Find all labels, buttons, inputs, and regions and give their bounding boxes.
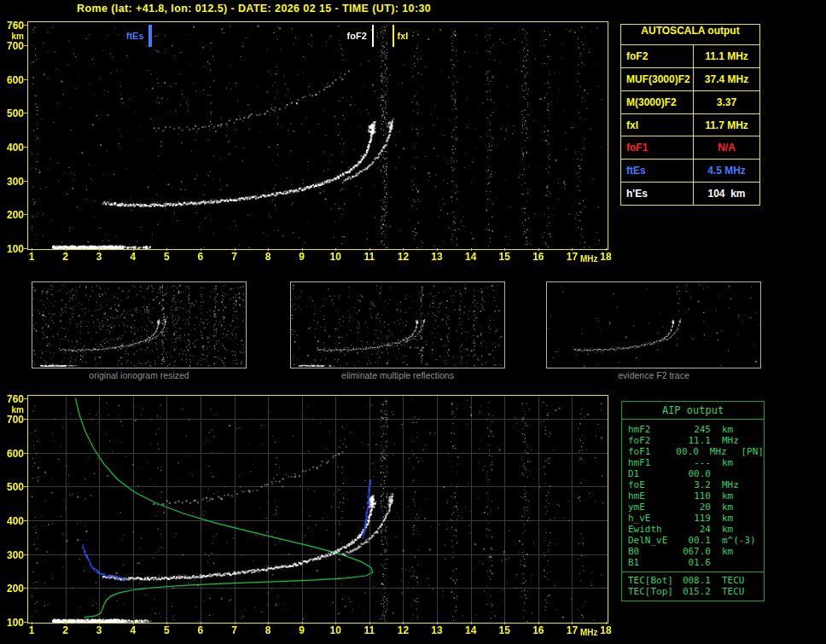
x-tick-label: 13: [428, 251, 446, 263]
x-tick-label: 12: [393, 624, 412, 636]
x-tick-mark: [166, 248, 167, 251]
x-tick-mark: [504, 248, 505, 251]
x-tick-label: 12: [393, 251, 412, 263]
autoscala-row: MUF(3000)F237.4 MHz: [621, 67, 759, 90]
marker-label-fof2: foF2: [330, 31, 367, 41]
aip-value: 067.0: [677, 546, 711, 557]
aip-value: 24: [677, 524, 711, 535]
aip-param: DelN_vE: [622, 535, 677, 546]
x-tick-mark: [268, 248, 269, 251]
y-tick-label: 500: [2, 481, 24, 493]
x-tick-mark: [201, 622, 201, 624]
aip-row: foE3.2MHz: [622, 479, 764, 490]
aip-value: 110: [677, 490, 711, 502]
x-tick-label: 10: [326, 624, 345, 636]
aip-param: foE: [622, 479, 677, 490]
y-tick-mark: [24, 45, 27, 46]
autoscala-value: 37.4 MHz: [694, 68, 759, 90]
aip-param: h_vE: [622, 513, 677, 524]
x-tick-mark: [99, 622, 100, 624]
x-tick-label: 18: [596, 251, 615, 263]
x-tick-mark: [437, 248, 438, 251]
x-tick-mark: [471, 248, 472, 251]
y-tick-label: 100: [2, 617, 24, 629]
aip-unit: MHz: [711, 479, 759, 490]
ionogram-canvas-bottom: [28, 396, 608, 623]
y-tick-mark: [24, 79, 27, 80]
aip-separator: [622, 571, 764, 572]
x-tick-mark: [572, 248, 573, 251]
x-tick-label: 3: [90, 624, 108, 636]
autoscala-row: foF211.1 MHz: [621, 44, 759, 67]
x-tick-label: 7: [225, 251, 244, 263]
aip-unit: km: [711, 457, 759, 468]
aip-value: 20: [677, 502, 711, 513]
aip-value: 245: [677, 424, 711, 435]
autoscala-value: N/A: [694, 136, 759, 159]
x-tick-label: 9: [293, 624, 311, 636]
x-tick-mark: [471, 622, 472, 624]
aip-row: B101.6: [622, 557, 764, 568]
aip-row: D100.0: [622, 468, 764, 479]
y-tick-label: 760: [2, 393, 24, 405]
x-tick-mark: [133, 622, 134, 624]
y-tick-mark: [24, 419, 27, 420]
aip-output-table: AIP output hmF2245kmfoF211.1MHzfoF100.0M…: [621, 401, 765, 601]
autoscala-table-title: AUTOSCALA output: [621, 25, 759, 44]
x-tick-label: 6: [191, 624, 210, 636]
ionogram-plot-top: [27, 21, 608, 250]
thumbnail-caption-f2: evidence F2 trace: [546, 370, 761, 380]
aip-row: foF211.1MHz: [622, 435, 764, 446]
y-tick-mark: [24, 25, 27, 26]
aip-value: 015.2: [677, 586, 711, 597]
autoscala-param: MUF(3000)F2: [621, 68, 694, 90]
x-tick-mark: [268, 622, 269, 624]
aip-table-rows: hmF2245kmfoF211.1MHzfoF100.0MHz[PN]hmF1-…: [622, 420, 764, 600]
aip-table-title: AIP output: [622, 402, 764, 420]
autoscala-table-rows: foF211.1 MHzMUF(3000)F237.4 MHzM(3000)F2…: [621, 44, 759, 205]
x-tick-label: 5: [157, 624, 176, 636]
y-tick-label: 500: [2, 107, 24, 119]
y-tick-label: 700: [2, 40, 24, 52]
aip-value: 01.6: [677, 557, 711, 568]
x-tick-label: 14: [462, 251, 480, 263]
aip-unit: TECU: [711, 586, 759, 597]
marker-label-ftes: ftEs: [108, 31, 144, 41]
x-tick-label: 8: [259, 624, 277, 636]
x-tick-mark: [66, 622, 67, 624]
y-tick-mark: [24, 214, 27, 215]
aip-unit: km: [711, 546, 759, 557]
y-tick-mark: [24, 554, 27, 555]
y-tick-mark: [24, 622, 27, 623]
x-tick-label: 8: [259, 251, 277, 263]
aip-param: ymE: [622, 502, 677, 513]
aip-value: ---: [677, 457, 711, 468]
marker-label-fxi: fxI: [398, 31, 434, 41]
y-tick-label: 100: [2, 243, 24, 255]
x-tick-label: 15: [495, 251, 514, 263]
x-tick-label: 11: [360, 624, 379, 636]
x-tick-label: 2: [56, 624, 75, 636]
aip-value: 00.1: [677, 535, 711, 546]
y-tick-mark: [24, 181, 27, 182]
autoscala-param: foF2: [621, 45, 694, 67]
x-tick-mark: [335, 622, 336, 624]
aip-param: TEC[Top]: [622, 586, 677, 597]
autoscala-param: h'Es: [621, 183, 694, 205]
aip-unit: km: [711, 490, 759, 502]
y-tick-label: 760: [2, 20, 24, 32]
y-tick-mark: [24, 588, 27, 589]
aip-row: Ewidth24km: [622, 524, 764, 535]
autoscala-row: M(3000)F23.37: [621, 90, 759, 113]
autoscala-app-window: Rome (lat: +41.8, lon: 012.5) - DATE: 20…: [0, 0, 826, 644]
thumbnail-canvas-f2: [547, 282, 760, 368]
autoscala-value: 11.1 MHz: [694, 45, 759, 67]
x-tick-mark: [369, 248, 370, 251]
x-tick-mark: [99, 248, 100, 251]
y-tick-label: 600: [2, 448, 24, 460]
y-tick-label: 400: [2, 515, 24, 527]
aip-row: foF100.0MHz[PN]: [622, 446, 764, 457]
x-tick-mark: [606, 622, 607, 624]
y-tick-mark: [24, 113, 27, 113]
aip-param: hmF2: [622, 424, 677, 435]
